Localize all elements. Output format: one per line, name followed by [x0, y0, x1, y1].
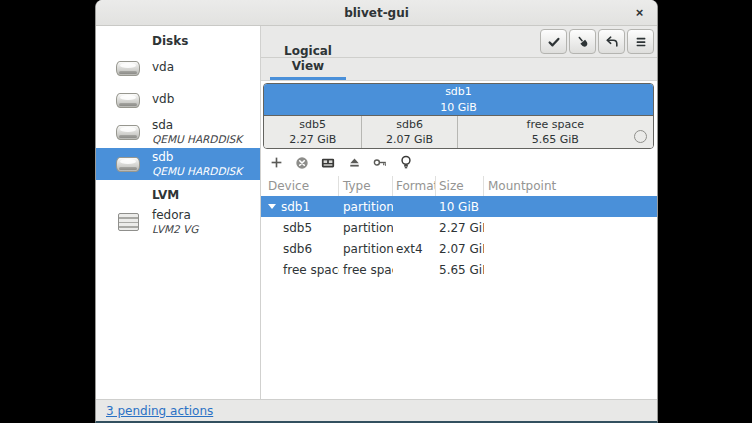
cell-mountpoint [484, 259, 657, 280]
sidebar-item-subtitle: QEMU HARDDISK [152, 165, 242, 177]
diagram-cell-sdb5[interactable]: sdb5 2.27 GiB [264, 116, 362, 148]
sidebar-item-label: vda [152, 61, 174, 75]
device-sidebar: Disks vda vdb sda QEMU HARDDISK sdb [96, 26, 261, 399]
window-title: blivet-gui [344, 6, 409, 20]
view-tabbar: Logical View [261, 58, 657, 81]
cell-type: partition [339, 238, 393, 259]
info-icon[interactable] [399, 155, 413, 171]
titlebar: blivet-gui × [96, 0, 657, 26]
cell-format: ext4 [393, 238, 436, 259]
diagram-parent-partition[interactable]: sdb1 10 GiB [264, 84, 653, 116]
broom-icon [576, 35, 590, 49]
partition-size: 2.27 GiB [289, 132, 336, 147]
delete-icon[interactable] [295, 155, 309, 171]
cell-type: free space [339, 259, 393, 280]
cell-format [393, 196, 436, 217]
disk-icon [115, 157, 141, 172]
close-icon[interactable]: × [629, 2, 650, 23]
disk-icon [115, 93, 141, 108]
sidebar-item-fedora[interactable]: fedora LVM2 VG [96, 206, 260, 238]
device-view: sdb1 10 GiB sdb5 2.27 GiB sdb6 2.07 GiB [261, 81, 657, 399]
sidebar-item-sdb[interactable]: sdb QEMU HARDDISK [96, 148, 260, 180]
radio-circle-icon [634, 130, 647, 143]
cell-mountpoint [484, 238, 657, 259]
unmount-icon[interactable] [347, 155, 361, 171]
hamburger-icon [634, 35, 648, 49]
diagram-cell-free-space[interactable]: free space 5.65 GiB [458, 116, 653, 148]
table-row-sdb1[interactable]: sdb1 partition 10 GiB [261, 196, 657, 217]
apply-actions-button[interactable] [540, 29, 567, 54]
sidebar-item-sda[interactable]: sda QEMU HARDDISK [96, 116, 260, 148]
sidebar-item-vda[interactable]: vda [96, 52, 260, 84]
main-panel: Logical View sdb1 10 GiB sdb5 2.27 GiB [261, 26, 657, 399]
cell-device: sdb5 [261, 217, 339, 238]
add-icon[interactable] [269, 155, 283, 171]
partition-name: sdb5 [299, 117, 326, 132]
menu-button[interactable] [627, 29, 654, 54]
sidebar-item-label: sda [152, 119, 242, 133]
table-row-free-space[interactable]: free space free space 5.65 GiB [261, 259, 657, 280]
partition-name: free space [527, 117, 584, 132]
table-header-row: Device Type Format Size Mountpoint [261, 176, 657, 196]
column-header-format[interactable]: Format [393, 176, 436, 196]
edit-icon[interactable] [321, 155, 335, 171]
check-icon [547, 35, 561, 49]
sidebar-item-subtitle: LVM2 VG [152, 223, 198, 235]
tab-logical-view[interactable]: Logical View [270, 44, 346, 80]
sidebar-item-label: sdb [152, 151, 242, 165]
cell-type: partition [339, 217, 393, 238]
partition-size: 2.07 GiB [386, 132, 433, 147]
cell-device: free space [261, 259, 339, 280]
cell-size: 2.27 GiB [436, 217, 484, 238]
cell-device: sdb6 [261, 238, 339, 259]
sidebar-item-vdb[interactable]: vdb [96, 84, 260, 116]
cell-mountpoint [484, 196, 657, 217]
table-row-sdb6[interactable]: sdb6 partition ext4 2.07 GiB [261, 238, 657, 259]
partition-name: sdb1 [445, 84, 472, 99]
undo-icon [605, 35, 619, 49]
disks-section-header: Disks [96, 26, 260, 52]
column-header-size[interactable]: Size [436, 176, 484, 196]
undo-button[interactable] [598, 29, 625, 54]
lvm-section-header: LVM [96, 180, 260, 206]
column-header-mountpoint[interactable]: Mountpoint [484, 176, 657, 196]
cell-type: partition [339, 196, 393, 217]
statusbar: 3 pending actions [96, 399, 657, 421]
device-table: Device Type Format Size Mountpoint sdb1 … [261, 176, 657, 280]
cell-mountpoint [484, 217, 657, 238]
sidebar-item-subtitle: QEMU HARDDISK [152, 133, 242, 145]
lvm-icon [115, 213, 141, 231]
cell-format [393, 217, 436, 238]
partition-size: 5.65 GiB [532, 132, 579, 147]
cell-format [393, 259, 436, 280]
expander-icon[interactable] [268, 204, 276, 209]
partition-size: 10 GiB [440, 100, 477, 115]
column-header-device[interactable]: Device [261, 176, 339, 196]
unlock-icon[interactable] [373, 155, 387, 171]
disk-icon [115, 125, 141, 140]
cell-size: 2.07 GiB [436, 238, 484, 259]
cell-device: sdb1 [281, 200, 310, 214]
pending-actions-link[interactable]: 3 pending actions [106, 404, 213, 418]
table-row-sdb5[interactable]: sdb5 partition 2.27 GiB [261, 217, 657, 238]
blivet-gui-window: blivet-gui × Disks vda vdb sda QEMU HARD… [95, 0, 658, 423]
diagram-cell-sdb6[interactable]: sdb6 2.07 GiB [362, 116, 457, 148]
partition-diagram: sdb1 10 GiB sdb5 2.27 GiB sdb6 2.07 GiB [263, 83, 654, 149]
cell-size: 5.65 GiB [436, 259, 484, 280]
sidebar-item-label: vdb [152, 93, 174, 107]
clear-actions-button[interactable] [569, 29, 596, 54]
sidebar-item-label: fedora [152, 209, 198, 223]
cell-size: 10 GiB [436, 196, 484, 217]
partition-name: sdb6 [396, 117, 423, 132]
disk-icon [115, 61, 141, 76]
column-header-type[interactable]: Type [339, 176, 393, 196]
partition-actions-toolbar [261, 149, 657, 176]
